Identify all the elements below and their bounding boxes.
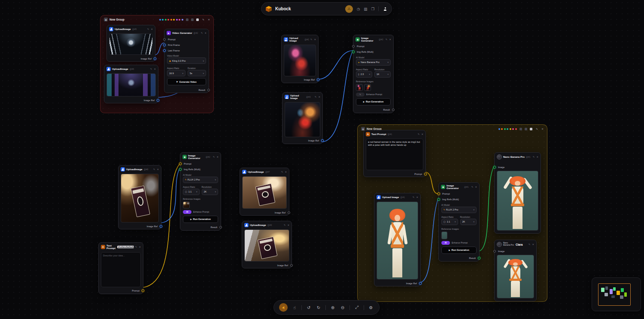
port-prompt-out[interactable] — [424, 173, 427, 175]
pin-icon[interactable]: ✎ — [213, 156, 215, 158]
close-icon[interactable]: ✕ — [416, 196, 418, 199]
node-header[interactable]: UploadImage @#7 ✎✕ — [240, 168, 289, 175]
close-icon[interactable]: ✕ — [287, 224, 289, 226]
color-dot[interactable] — [179, 19, 180, 21]
close-icon[interactable]: ✕ — [536, 156, 538, 158]
pin-icon[interactable]: ✎ — [529, 243, 531, 246]
port-image[interactable] — [493, 250, 496, 253]
layout-panels-button[interactable]: ▥ — [364, 7, 367, 11]
color-dot[interactable] — [512, 128, 514, 130]
generated-image-preview[interactable] — [497, 171, 538, 231]
close-icon[interactable]: ✕ — [139, 246, 141, 248]
zoom-out-button[interactable]: ⊖ — [340, 304, 346, 310]
node-header[interactable]: Upload Image @#3 ✎✕ — [283, 93, 322, 101]
node-text-prompt-1[interactable]: A Text Prompt @#1 ✎✕ a red haired woman … — [363, 130, 426, 177]
ai-model-select[interactable]: ϟ FLUX 2 Pro ▾ — [441, 207, 477, 213]
select-tool-button[interactable]: ➤ — [279, 303, 288, 312]
node-image-generator-flux[interactable]: ▣ Image Generator @#2 ✎✕ Prompt Img Refs… — [180, 152, 221, 231]
pin-icon[interactable]: ✎ — [150, 68, 152, 70]
color-dot[interactable] — [515, 128, 517, 130]
color-dot[interactable] — [167, 19, 169, 21]
generated-image-preview[interactable] — [497, 255, 534, 298]
color-dot[interactable] — [159, 19, 161, 21]
pin-icon[interactable]: ✎ — [386, 38, 388, 41]
node-header[interactable]: UploadImage @#5 ✎✕ — [107, 25, 155, 33]
color-dot[interactable] — [504, 128, 506, 130]
enhance-prompt-toggle[interactable]: AI — [441, 241, 450, 245]
color-dot[interactable] — [165, 19, 167, 21]
node-nano-banana-pro-clara[interactable]: Nano Banana Pro Clara ✎✕ Image — [494, 240, 537, 301]
zoom-in-button[interactable]: ⊕ — [330, 304, 336, 310]
port-image-ref[interactable] — [288, 211, 290, 214]
ai-model-select[interactable]: ϟ FLUX 2 Pro ▾ — [183, 177, 218, 183]
color-dot[interactable] — [162, 19, 164, 21]
node-header[interactable]: A Text Prompt dsdasdadadadadas ✎✕ — [99, 243, 143, 251]
port-image-ref[interactable] — [321, 139, 324, 142]
workflow-mode-button[interactable]: ∴ — [345, 5, 353, 13]
pin-icon[interactable]: ✎ — [413, 196, 415, 199]
fit-view-button[interactable]: ⤢ — [354, 304, 360, 310]
group-style-square-1[interactable] — [186, 18, 188, 21]
enhance-prompt-toggle[interactable]: AI — [183, 210, 191, 214]
node-upload-image-5[interactable]: UploadImage @#5 ✎✕ Image Ref — [106, 25, 155, 62]
node-header[interactable]: ▣ Image Generator @#1 ✎✕ — [439, 183, 479, 191]
pan-tool-button[interactable]: ☝ — [292, 304, 298, 310]
port-img-refs[interactable] — [352, 51, 355, 53]
close-icon[interactable]: ✕ — [541, 127, 544, 130]
uploaded-image-preview[interactable] — [285, 102, 320, 137]
pin-icon[interactable]: ✎ — [135, 246, 137, 248]
color-dot[interactable] — [173, 19, 175, 21]
node-upload-image-2[interactable]: Upload Image @#2 ✎✕ Image Ref — [281, 35, 319, 83]
node-header[interactable]: Nano Banana Pro Clara ✎✕ — [495, 240, 536, 248]
node-upload-image-8[interactable]: UploadImage @#8 ✎✕ Image Ref — [118, 165, 161, 229]
settings-button[interactable]: ⚙ — [368, 304, 374, 310]
node-image-generator-nano[interactable]: ▣ Image Generator @#3 ✎✕ Prompt Img Refs… — [353, 35, 394, 113]
uploaded-image-preview[interactable] — [109, 33, 153, 55]
close-icon[interactable]: ✕ — [151, 28, 153, 30]
node-nano-banana-pro-1[interactable]: Nano Banana Pro @#1 ✎✕ Image — [494, 152, 541, 234]
group-style-square-1[interactable] — [519, 128, 522, 130]
uploaded-image-preview[interactable] — [121, 174, 159, 223]
run-generation-button[interactable]: ▶ Run Generation — [356, 98, 391, 105]
port-image-ref[interactable] — [419, 282, 422, 285]
port-img-refs[interactable] — [179, 168, 182, 171]
resolution-select[interactable]: 1K ▾ — [374, 71, 391, 78]
node-header[interactable]: A Text Prompt @#1 ✎✕ — [364, 130, 425, 138]
node-upload-image-1[interactable]: Upload Image @#1 ✎✕ Image Ref — [374, 193, 421, 286]
generate-video-button[interactable]: ▶ Generate Video — [167, 78, 206, 85]
port-result[interactable] — [392, 108, 395, 111]
redo-button[interactable]: ↻ — [316, 304, 322, 310]
close-icon[interactable]: ✕ — [318, 96, 320, 98]
undo-button[interactable]: ↺ — [306, 304, 312, 310]
close-icon[interactable]: ✕ — [285, 171, 287, 173]
pin-icon[interactable]: ✎ — [310, 38, 313, 41]
aspect-ratio-select[interactable]: ▯ 2:3 ▾ — [356, 71, 372, 78]
pin-icon[interactable]: ✎ — [153, 168, 155, 171]
video-model-select[interactable]: ◆ Kling 3.0 Pro ▾ — [167, 57, 206, 64]
port-image[interactable] — [493, 166, 496, 169]
status-button[interactable]: ◷ — [357, 7, 360, 11]
node-upload-image-6[interactable]: UploadImage @#6 ✎✕ Image Ref — [104, 65, 158, 103]
prompt-textarea[interactable]: a red haired woman in the same style as … — [366, 138, 423, 170]
close-icon[interactable]: ✕ — [157, 168, 159, 171]
pin-icon[interactable]: ✎ — [281, 171, 283, 173]
minimap-viewport[interactable] — [598, 283, 631, 306]
close-icon[interactable]: ✕ — [475, 186, 477, 188]
group-header[interactable]: ▦ New Group ✎ ✕ — [100, 15, 213, 24]
group-color-dots[interactable] — [159, 19, 183, 21]
port-result[interactable] — [207, 89, 210, 91]
close-icon[interactable]: ✕ — [532, 243, 534, 246]
port-prompt-out[interactable] — [142, 289, 144, 292]
node-header[interactable]: UploadImage @#8 ✎✕ — [118, 166, 161, 173]
close-icon[interactable]: ✕ — [314, 38, 316, 41]
node-video-generator[interactable]: ▶ Video Generator @#2 ✎✕ Prompt First Fr… — [164, 29, 209, 93]
node-upload-image-3[interactable]: Upload Image @#3 ✎✕ Image Ref — [282, 92, 323, 144]
group-color-dots[interactable] — [498, 128, 517, 130]
close-icon[interactable]: ✕ — [208, 18, 210, 21]
node-header[interactable]: Upload Image @#1 ✎✕ — [374, 193, 420, 201]
color-dot[interactable] — [170, 19, 172, 21]
node-header[interactable]: Nano Banana Pro @#1 ✎✕ — [495, 153, 541, 161]
port-prompt[interactable] — [163, 38, 166, 41]
port-image-ref[interactable] — [317, 78, 319, 81]
group-style-square-3[interactable] — [196, 18, 199, 21]
